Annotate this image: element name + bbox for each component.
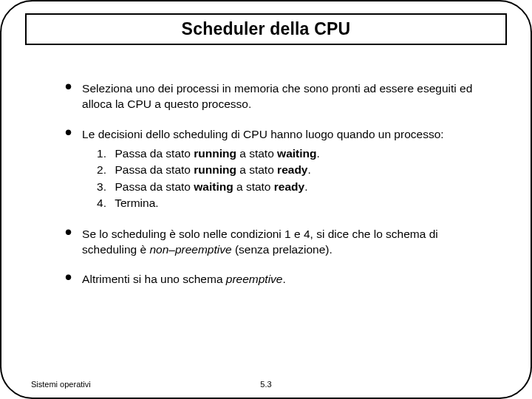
bold-term: running bbox=[194, 163, 236, 176]
text-part: a stato bbox=[236, 163, 277, 176]
bullet-item: • Altrimenti si ha uno schema preemptive… bbox=[65, 272, 491, 287]
sublist-item: 3. Passa da stato waiting a stato ready. bbox=[97, 179, 443, 195]
bullet-dot-icon: • bbox=[65, 81, 72, 92]
bold-term: ready bbox=[274, 180, 304, 193]
text-part: Passa da stato bbox=[115, 163, 194, 176]
bold-term: running bbox=[194, 147, 236, 160]
bullet-text: Seleziona uno dei processi in memoria ch… bbox=[82, 81, 491, 112]
text-part: a stato bbox=[236, 147, 277, 160]
bullet-dot-icon: • bbox=[65, 127, 72, 137]
bold-term: ready bbox=[277, 163, 307, 176]
bold-term: waiting bbox=[194, 180, 233, 193]
text-part: . bbox=[304, 180, 307, 193]
slide-frame: Scheduler della CPU • Seleziona uno dei … bbox=[0, 0, 532, 399]
title-container: Scheduler della CPU bbox=[25, 13, 507, 45]
italic-term: non–preemptive bbox=[149, 243, 231, 256]
text-part: Altrimenti si ha uno schema bbox=[82, 273, 226, 285]
bullet-text: Se lo scheduling è solo nelle condizioni… bbox=[82, 227, 491, 258]
bullet-dot-icon: • bbox=[65, 272, 72, 282]
footer-left-text: Sistemi operativi bbox=[31, 380, 91, 389]
bullet-intro: Le decisioni dello scheduling di CPU han… bbox=[82, 128, 443, 140]
sublist-item: 1. Passa da stato running a stato waitin… bbox=[97, 146, 443, 162]
text-part: a stato bbox=[233, 180, 274, 193]
bullet-item: • Seleziona uno dei processi in memoria … bbox=[65, 81, 491, 112]
slide-title: Scheduler della CPU bbox=[27, 19, 505, 39]
sublist-number: 3. bbox=[97, 179, 112, 195]
sublist-item: 4. Termina. bbox=[97, 195, 443, 211]
text-part: . bbox=[283, 273, 286, 285]
footer-page-number: 5.3 bbox=[260, 380, 271, 389]
text-part: Termina. bbox=[115, 197, 158, 209]
sublist-number: 1. bbox=[97, 146, 112, 162]
text-part: (senza prelazione). bbox=[232, 243, 332, 256]
bullet-text: Le decisioni dello scheduling di CPU han… bbox=[82, 127, 443, 212]
text-part: . bbox=[317, 147, 320, 160]
text-part: . bbox=[307, 163, 310, 176]
bullet-text: Altrimenti si ha uno schema preemptive. bbox=[82, 272, 286, 287]
text-part: Passa da stato bbox=[115, 180, 194, 193]
text-part: Passa da stato bbox=[115, 147, 194, 160]
title-box: Scheduler della CPU bbox=[25, 13, 507, 45]
content-area: • Seleziona uno dei processi in memoria … bbox=[65, 81, 491, 302]
numbered-sublist: 1. Passa da stato running a stato waitin… bbox=[82, 146, 443, 212]
bold-term: waiting bbox=[277, 147, 316, 160]
sublist-item: 2. Passa da stato running a stato ready. bbox=[97, 162, 443, 178]
italic-term: preemptive bbox=[226, 273, 283, 285]
sublist-number: 2. bbox=[97, 162, 112, 178]
sublist-number: 4. bbox=[97, 195, 112, 211]
slide-footer: Sistemi operativi 5.3 bbox=[31, 380, 501, 389]
bullet-item: • Le decisioni dello scheduling di CPU h… bbox=[65, 127, 491, 212]
bullet-dot-icon: • bbox=[65, 227, 72, 237]
bullet-item: • Se lo scheduling è solo nelle condizio… bbox=[65, 227, 491, 258]
